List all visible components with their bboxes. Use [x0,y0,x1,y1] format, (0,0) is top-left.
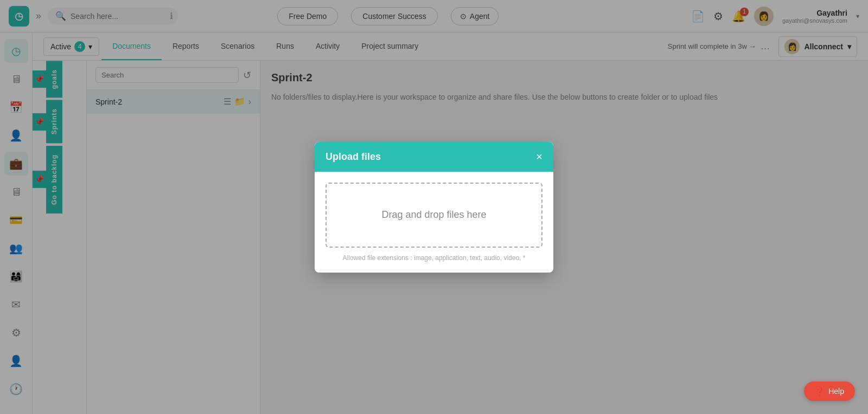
modal-body: Drag and drop files here Allowed file ex… [315,172,553,273]
help-button[interactable]: ❓ Help [804,381,855,401]
modal-title: Upload files [326,151,381,163]
help-icon: ❓ [815,387,824,396]
drop-zone[interactable]: Drag and drop files here [326,183,542,248]
modal-close-button[interactable]: × [536,151,542,163]
modal-header: Upload files × [315,142,553,172]
modal-overlay[interactable]: Upload files × Drag and drop files here … [0,0,868,414]
help-label: Help [828,387,844,396]
drop-zone-text: Drag and drop files here [381,209,486,221]
upload-modal: Upload files × Drag and drop files here … [315,142,553,273]
file-extensions-text: Allowed file extensions : image, applica… [326,254,542,262]
